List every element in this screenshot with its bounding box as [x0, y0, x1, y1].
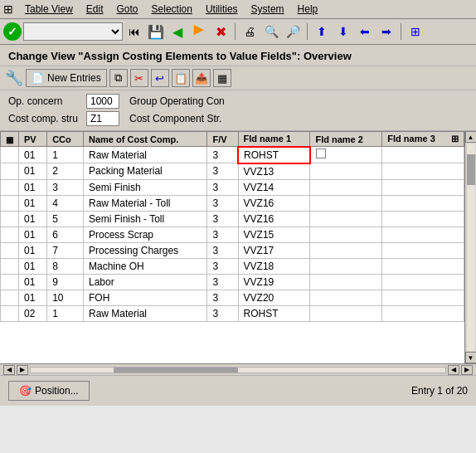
row-select-cell[interactable]: [1, 163, 19, 180]
cell-fld3[interactable]: [382, 179, 464, 195]
table-row[interactable]: 013Semi Finish3VVZ14: [1, 179, 464, 195]
row-select-cell[interactable]: [1, 226, 19, 242]
cell-fld3[interactable]: [382, 226, 464, 242]
cell-fld1[interactable]: VVZ16: [238, 195, 310, 211]
cell-fld1[interactable]: VVZ14: [238, 179, 310, 195]
menu-selection[interactable]: Selection: [145, 2, 199, 17]
menu-goto[interactable]: Goto: [110, 2, 145, 17]
table-row[interactable]: 014Raw Material - Toll3VVZ16: [1, 195, 464, 211]
scroll-left-button[interactable]: ◀: [3, 365, 15, 375]
row-select-cell[interactable]: [1, 305, 19, 321]
scroll-up-button[interactable]: ▲: [465, 131, 477, 143]
cell-fld3[interactable]: [382, 258, 464, 274]
cell-fld1[interactable]: ROHST: [238, 147, 310, 163]
undo-button[interactable]: ↩: [151, 69, 169, 87]
scroll-right-button[interactable]: ▶: [461, 365, 473, 375]
table-row[interactable]: 016Process Scrap3VVZ15: [1, 226, 464, 242]
table-row[interactable]: 018Machine OH3VVZ18: [1, 258, 464, 274]
cell-fld3[interactable]: [382, 242, 464, 258]
cell-fld1[interactable]: ROHST: [238, 305, 310, 321]
cell-fld3[interactable]: [382, 147, 464, 163]
cell-fld2[interactable]: [310, 258, 382, 274]
ok-button[interactable]: ✓: [3, 22, 22, 41]
cell-fld1[interactable]: VVZ13: [238, 163, 310, 180]
th-fld1[interactable]: Fld name 1: [238, 132, 310, 147]
new-entries-button[interactable]: 📄 New Entries: [26, 69, 107, 87]
cell-fld2[interactable]: [310, 242, 382, 258]
scroll-right-start[interactable]: ▶: [17, 365, 28, 375]
scroll-left-end[interactable]: ◀: [448, 365, 459, 375]
delete-button[interactable]: ✂: [130, 69, 148, 87]
row-select-cell[interactable]: [1, 211, 19, 226]
save-button[interactable]: 💾: [146, 22, 166, 41]
row-select-cell[interactable]: [1, 274, 19, 290]
position-button[interactable]: 🎯 Position...: [8, 381, 90, 401]
table-row[interactable]: 012Packing Material3VVZ13: [1, 163, 464, 180]
more-button[interactable]: ▦: [213, 69, 231, 87]
row-select-cell[interactable]: [1, 242, 19, 258]
row-select-cell[interactable]: [1, 195, 19, 211]
fld2-input-cell[interactable]: [316, 149, 326, 158]
vertical-scrollbar[interactable]: ▲ ▼: [464, 131, 476, 363]
scroll-down-button[interactable]: ▼: [465, 352, 477, 363]
cell-fld1[interactable]: VVZ16: [238, 211, 310, 226]
th-fv[interactable]: F/V: [207, 132, 238, 147]
arrow-right-button[interactable]: ➡: [376, 22, 396, 41]
cell-fld2[interactable]: [310, 179, 382, 195]
nav-first-button[interactable]: ⏮: [124, 22, 144, 41]
details-button[interactable]: 📋: [172, 69, 190, 87]
cell-fld3[interactable]: [382, 274, 464, 290]
arrow-left-button[interactable]: ⬅: [355, 22, 375, 41]
find-next-button[interactable]: 🔎: [283, 22, 303, 41]
table-row[interactable]: 011Raw Material3ROHST: [1, 147, 464, 163]
table-row[interactable]: 015Semi Finish - Toll3VVZ16: [1, 211, 464, 226]
menu-edit[interactable]: Edit: [80, 2, 110, 17]
cell-fld1[interactable]: VVZ18: [238, 258, 310, 274]
copy-button[interactable]: ⧉: [109, 69, 128, 87]
th-pv[interactable]: PV: [19, 132, 47, 147]
cell-fld2[interactable]: [310, 163, 382, 180]
row-select-cell[interactable]: [1, 290, 19, 305]
table-row[interactable]: 0110FOH3VVZ20: [1, 290, 464, 305]
cell-fld2[interactable]: [310, 195, 382, 211]
menu-system[interactable]: System: [245, 2, 291, 17]
command-input[interactable]: [23, 22, 123, 41]
row-select-cell[interactable]: [1, 258, 19, 274]
cell-fld1[interactable]: VVZ19: [238, 274, 310, 290]
layout-button[interactable]: ⊞: [406, 22, 425, 41]
table-wrapper[interactable]: ▦ PV CCo Name of Cost Comp. F/V Fld name…: [0, 131, 464, 363]
cell-fld2[interactable]: [310, 211, 382, 226]
cell-fld2[interactable]: [310, 274, 382, 290]
cell-fld1[interactable]: VVZ17: [238, 242, 310, 258]
cell-fld1[interactable]: VVZ20: [238, 290, 310, 305]
find-button[interactable]: 🔍: [261, 22, 281, 41]
cell-fld2[interactable]: [310, 290, 382, 305]
table-row[interactable]: 017Processing Charges3VVZ17: [1, 242, 464, 258]
cell-fld3[interactable]: [382, 211, 464, 226]
cell-fld2[interactable]: [310, 147, 382, 163]
cell-fld3[interactable]: [382, 163, 464, 180]
row-select-cell[interactable]: [1, 147, 19, 163]
arrow-down-button[interactable]: ⬇: [333, 22, 353, 41]
th-name[interactable]: Name of Cost Comp.: [84, 132, 207, 147]
table-row[interactable]: 019Labor3VVZ19: [1, 274, 464, 290]
column-settings-icon[interactable]: ⊞: [451, 134, 459, 144]
arrow-up-button[interactable]: ⬆: [312, 22, 332, 41]
table-row[interactable]: 021Raw Material3ROHST: [1, 305, 464, 321]
menu-table-view[interactable]: Table View: [18, 2, 80, 17]
menu-help[interactable]: Help: [291, 2, 325, 17]
cell-fld3[interactable]: [382, 290, 464, 305]
th-fld3[interactable]: Fld name 3 ⊞: [382, 132, 464, 147]
nav-forward-button[interactable]: ◀: [189, 22, 209, 41]
print-button[interactable]: 🖨: [240, 22, 260, 41]
cell-fld3[interactable]: [382, 305, 464, 321]
cell-fld2[interactable]: [310, 305, 382, 321]
transport-button[interactable]: 📤: [192, 69, 211, 87]
th-cco[interactable]: CCo: [47, 132, 84, 147]
th-fld2[interactable]: Fld name 2: [310, 132, 382, 147]
cell-fld2[interactable]: [310, 226, 382, 242]
cell-fld3[interactable]: [382, 195, 464, 211]
cancel-button[interactable]: ✖: [211, 22, 231, 41]
horizontal-scrollbar[interactable]: ◀ ▶ ◀ ▶: [0, 363, 476, 375]
row-select-cell[interactable]: [1, 179, 19, 195]
